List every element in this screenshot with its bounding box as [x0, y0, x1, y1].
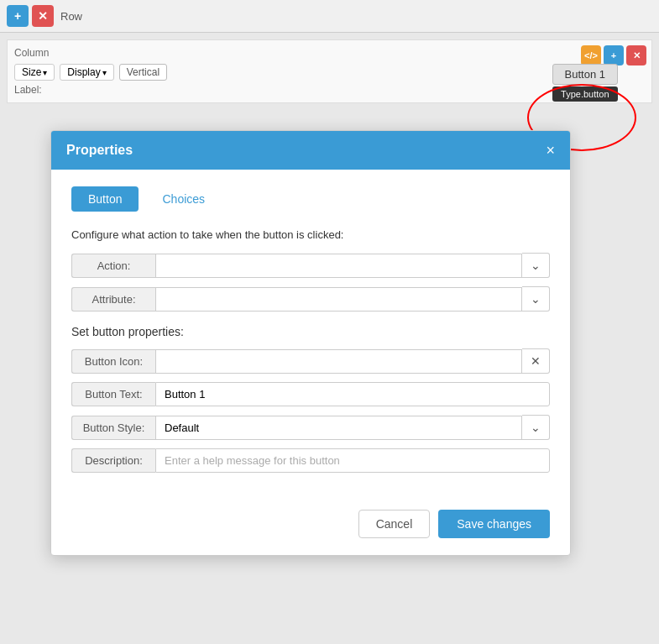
section-description: Configure what action to take when the b…	[71, 228, 550, 241]
attribute-dropdown-button[interactable]: ⌄	[522, 286, 550, 312]
add-icon: +	[611, 50, 616, 60]
properties-modal: Properties × Button Choices Configure wh…	[50, 130, 571, 556]
label-field-label: Label:	[14, 84, 42, 96]
add-icon: +	[14, 9, 21, 23]
top-toolbar: + ✕ Row	[0, 0, 659, 33]
delete-column-button[interactable]: ✕	[626, 45, 646, 65]
delete-icon: ✕	[38, 9, 48, 23]
code-button[interactable]: </>	[581, 45, 601, 65]
button-icon-input[interactable]	[155, 349, 522, 374]
button-icon-label: Button Icon:	[71, 349, 155, 374]
attribute-input[interactable]	[155, 287, 522, 312]
attribute-row: Attribute: ⌄	[71, 286, 550, 312]
description-label: Description:	[71, 448, 155, 473]
button-text-label: Button Text:	[71, 382, 155, 406]
tab-choices[interactable]: Choices	[145, 186, 222, 212]
chevron-down-icon: ⌄	[531, 421, 541, 434]
chevron-down-icon: ⌄	[531, 292, 541, 306]
button-icon-row: Button Icon: ✕	[71, 348, 550, 374]
description-row: Description:	[71, 448, 550, 473]
column-section: Column </> + ✕ Size Display Vertical Lab…	[7, 39, 652, 103]
action-input[interactable]	[155, 254, 522, 278]
button-style-label: Button Style:	[71, 416, 155, 440]
add-row-button[interactable]: +	[7, 5, 29, 27]
clear-icon: ✕	[531, 354, 541, 368]
add-column-button[interactable]: +	[604, 45, 624, 65]
tab-button[interactable]: Button	[71, 186, 139, 212]
save-changes-button[interactable]: Save changes	[438, 510, 550, 538]
attribute-label: Attribute:	[71, 287, 155, 312]
button-style-row: Button Style: ⌄	[71, 415, 550, 440]
button-text-input[interactable]	[155, 382, 550, 406]
button-text-row: Button Text:	[71, 382, 550, 406]
vertical-badge: Vertical	[119, 64, 167, 81]
action-row: Action: ⌄	[71, 253, 550, 278]
label-row: Label:	[14, 84, 645, 96]
row-label: Row	[60, 10, 82, 23]
type-tooltip: Type.button	[552, 86, 618, 102]
delete-icon: ✕	[633, 50, 641, 61]
action-dropdown-button[interactable]: ⌄	[522, 253, 550, 278]
size-dropdown[interactable]: Size	[14, 64, 55, 81]
code-icon: </>	[584, 50, 598, 60]
cancel-button[interactable]: Cancel	[358, 510, 431, 538]
modal-footer: Cancel Save changes	[51, 498, 570, 555]
modal-title: Properties	[66, 143, 133, 158]
button1-element[interactable]: Button 1	[552, 64, 618, 85]
column-controls: </> + ✕	[581, 45, 646, 65]
modal-body: Button Choices Configure what action to …	[51, 170, 570, 498]
button-style-input[interactable]	[155, 416, 522, 440]
button1-container: Button 1 Type.button	[552, 64, 618, 102]
size-display-row: Size Display Vertical	[14, 64, 645, 81]
chevron-down-icon: ⌄	[531, 259, 541, 272]
display-dropdown[interactable]: Display	[60, 64, 113, 81]
column-title: Column	[14, 47, 645, 59]
modal-close-button[interactable]: ×	[546, 143, 555, 158]
button-style-dropdown-button[interactable]: ⌄	[522, 415, 550, 440]
description-input[interactable]	[155, 448, 550, 473]
button-icon-clear-button[interactable]: ✕	[522, 348, 550, 374]
modal-header: Properties ×	[51, 131, 570, 170]
action-label: Action:	[71, 254, 155, 278]
tabs-row: Button Choices	[71, 186, 550, 212]
set-props-title: Set button properties:	[71, 325, 550, 338]
delete-row-button[interactable]: ✕	[32, 5, 54, 27]
